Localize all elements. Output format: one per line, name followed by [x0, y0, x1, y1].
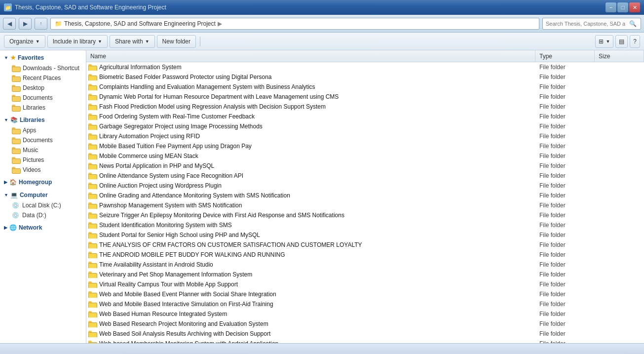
file-type: File folder — [535, 133, 595, 140]
sidebar-item-downloads[interactable]: Downloads - Shortcut — [0, 63, 86, 73]
videos-icon — [12, 167, 20, 173]
search-input[interactable] — [546, 21, 626, 27]
forward-button[interactable]: ▶ — [19, 18, 32, 30]
file-type: File folder — [535, 212, 595, 219]
sidebar-item-documents-fav[interactable]: Documents — [0, 93, 86, 103]
table-row[interactable]: Web Based Human Resource Integrated Syst… — [86, 309, 644, 319]
new-folder-button[interactable]: New folder — [157, 35, 196, 48]
table-row[interactable]: Online Auction Project using Wordpress P… — [86, 181, 644, 191]
table-row[interactable]: Dynamic Web Portal for Human Resource De… — [86, 92, 644, 102]
file-type: File folder — [535, 113, 595, 120]
computer-icon: 💻 — [10, 192, 18, 198]
sidebar-item-pictures[interactable]: Pictures — [0, 155, 86, 165]
table-row[interactable]: Virtual Reality Campus Tour with Mobile … — [86, 279, 644, 289]
column-headers: Name Type Size — [86, 50, 644, 62]
column-type-header[interactable]: Type — [535, 50, 595, 62]
folder-icon — [88, 341, 96, 344]
table-row[interactable]: Time Availability Assistant in Android S… — [86, 260, 644, 270]
file-type: File folder — [535, 83, 595, 90]
file-type: File folder — [535, 271, 595, 278]
search-icon[interactable]: 🔍 — [628, 19, 638, 29]
share-chevron-icon: ▼ — [145, 39, 150, 44]
folder-icon — [88, 321, 96, 327]
table-row[interactable]: Web Based Soil Analysis Results Archivin… — [86, 329, 644, 339]
network-header[interactable]: ▶ 🌐 Network — [0, 222, 86, 233]
table-row[interactable]: Complaints Handling and Evaluation Manag… — [86, 82, 644, 92]
views-button[interactable]: ⊞ ▼ — [595, 35, 613, 48]
file-type: File folder — [535, 153, 595, 159]
organize-button[interactable]: Organize ▼ — [4, 35, 45, 48]
table-row[interactable]: THE ANALYSIS OF CRM FACTORS ON CUSTOMER … — [86, 240, 644, 250]
folder-icon — [88, 94, 96, 100]
file-type: File folder — [535, 172, 595, 179]
table-row[interactable]: Mobile Based Tuition Fee Payment App usi… — [86, 141, 644, 151]
file-type: File folder — [535, 93, 595, 100]
data-d-icon: 💿 — [12, 212, 19, 219]
table-row[interactable]: Library Automation Project using RFID Fi… — [86, 131, 644, 141]
file-type: File folder — [535, 74, 595, 80]
file-name: Dynamic Web Portal for Human Resource De… — [99, 93, 339, 100]
table-row[interactable]: Online Attendance System using Face Reco… — [86, 171, 644, 181]
folder-icon — [88, 311, 96, 317]
table-row[interactable]: THE ANDROID MOBILE PET BUDDY FOR WALKING… — [86, 250, 644, 260]
table-row[interactable]: Web-based Membership Monitoring System w… — [86, 339, 644, 343]
folder-icon — [88, 163, 96, 169]
table-row[interactable]: Garbage Segregator Project using Image P… — [86, 121, 644, 131]
table-row[interactable]: Web and Mobile Based Event Planner with … — [86, 289, 644, 299]
file-name: Library Automation Project using RFID — [99, 133, 200, 140]
sidebar-item-videos[interactable]: Videos — [0, 165, 86, 175]
sidebar-item-documents-lib[interactable]: Documents — [0, 135, 86, 145]
column-name-header[interactable]: Name — [86, 50, 535, 62]
table-row[interactable]: Pawnshop Management System with SMS Noti… — [86, 200, 644, 210]
column-size-header[interactable]: Size — [595, 50, 644, 62]
table-row[interactable]: Web and Mobile Based Interactive Simulat… — [86, 299, 644, 309]
sidebar-item-local-disk-c[interactable]: 💿 Local Disk (C:) — [0, 200, 86, 210]
help-button[interactable]: ? — [630, 35, 640, 48]
maximize-button[interactable]: □ — [617, 2, 628, 12]
sidebar-item-apps[interactable]: Apps — [0, 125, 86, 135]
table-row[interactable]: Agricultural Information System File fol… — [86, 62, 644, 72]
documents-lib-icon — [12, 137, 20, 143]
file-type: File folder — [535, 281, 595, 288]
homegroup-header[interactable]: ▶ 🏠 Homegroup — [0, 177, 86, 188]
share-with-button[interactable]: Share with ▼ — [110, 35, 155, 48]
layout-button[interactable]: ▤ — [615, 35, 628, 48]
help-icon: ? — [633, 38, 637, 45]
back-button[interactable]: ◀ — [3, 18, 16, 30]
file-name: Food Ordering System with Real-Time Cust… — [99, 113, 255, 120]
table-row[interactable]: Mobile Commerce using MEAN Stack File fo… — [86, 151, 644, 161]
sidebar-item-libraries-fav[interactable]: Libraries — [0, 103, 86, 113]
favorites-header[interactable]: ▼ ★ Favorites — [0, 52, 86, 63]
table-row[interactable]: Food Ordering System with Real-Time Cust… — [86, 112, 644, 121]
sidebar-item-data-d[interactable]: 💿 Data (D:) — [0, 210, 86, 220]
window-title: Thesis, Capstone, SAD and Software Engin… — [15, 4, 166, 11]
sidebar-item-recent-places[interactable]: Recent Places — [0, 73, 86, 83]
folder-icon — [88, 272, 96, 278]
table-row[interactable]: Web Based Research Project Monitoring an… — [86, 319, 644, 329]
table-row[interactable]: Biometric Based Folder Password Protecto… — [86, 72, 644, 82]
search-box[interactable]: 🔍 — [542, 18, 641, 30]
table-row[interactable]: Student Portal for Senior High School us… — [86, 230, 644, 240]
sidebar-item-music[interactable]: Music — [0, 145, 86, 155]
file-name: Online Grading and Attendance Monitoring… — [99, 192, 290, 199]
close-button[interactable]: ✕ — [629, 2, 640, 12]
apps-icon — [12, 127, 20, 133]
table-row[interactable]: News Portal Application in PHP and MySQL… — [86, 161, 644, 171]
up-button[interactable]: ↑ — [35, 18, 47, 30]
file-name: THE ANALYSIS OF CRM FACTORS ON CUSTOMER … — [99, 241, 362, 248]
minimize-button[interactable]: − — [606, 2, 616, 12]
file-name: Mobile Based Tuition Fee Payment App usi… — [99, 143, 252, 150]
include-in-library-button[interactable]: Include in library ▼ — [47, 35, 108, 48]
table-row[interactable]: Veterinary and Pet Shop Management Infor… — [86, 270, 644, 279]
sidebar-item-desktop[interactable]: Desktop — [0, 83, 86, 93]
computer-header[interactable]: ▼ 💻 Computer — [0, 190, 86, 200]
address-path[interactable]: 📁 Thesis, Capstone, SAD and Software Eng… — [50, 18, 539, 30]
table-row[interactable]: Seizure Trigger An Epilepsy Monitoring D… — [86, 210, 644, 220]
libraries-header[interactable]: ▼ 📚 Libraries — [0, 115, 86, 125]
table-row[interactable]: Online Grading and Attendance Monitoring… — [86, 191, 644, 200]
network-icon: 🌐 — [9, 224, 17, 231]
table-row[interactable]: Fash Flood Prediction Model using Regres… — [86, 102, 644, 112]
library-chevron-icon: ▼ — [98, 39, 102, 44]
folder-icon — [88, 114, 96, 120]
table-row[interactable]: Student Identification Monitoring System… — [86, 220, 644, 230]
